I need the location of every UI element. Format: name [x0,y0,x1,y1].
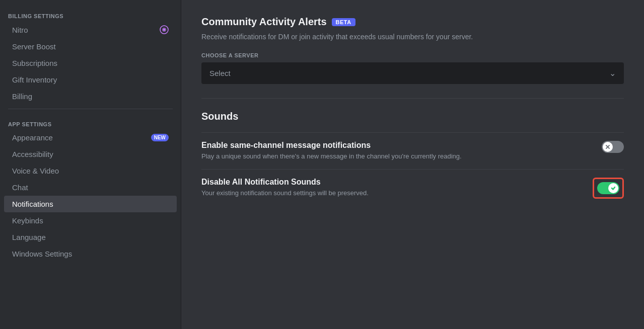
sidebar-item-voice-video[interactable]: Voice & Video [4,162,177,179]
sounds-title: Sounds [201,111,624,122]
setting-text-disable-sounds: Disable All Notification Sounds Your exi… [201,178,593,198]
accessibility-label: Accessibility [12,150,53,158]
sidebar-item-gift-inventory[interactable]: Gift Inventory [4,71,177,88]
main-content: Community Activity Alerts BETA Receive n… [181,0,644,329]
sidebar-item-billing[interactable]: Billing [4,88,177,105]
toggle-knob-off [603,142,613,152]
notifications-label: Notifications [12,200,53,208]
subscriptions-label: Subscriptions [12,59,57,67]
toggle-disable-sounds[interactable] [597,182,619,194]
sidebar-item-subscriptions[interactable]: Subscriptions [4,55,177,71]
select-placeholder: Select [209,69,231,77]
sounds-section: Sounds Enable same-channel message notif… [201,111,624,207]
sidebar-item-language[interactable]: Language [4,229,177,245]
sidebar-item-keybinds[interactable]: Keybinds [4,212,177,229]
setting-name-same-channel: Enable same-channel message notification… [201,141,592,150]
windows-settings-label: Windows Settings [12,250,72,258]
section-divider [8,109,173,109]
nitro-label: Nitro [12,26,28,34]
community-alerts-title: Community Activity Alerts [201,16,327,28]
sidebar-item-windows-settings[interactable]: Windows Settings [4,245,177,262]
new-badge: NEW [151,134,169,141]
language-label: Language [12,233,46,241]
setting-desc-disable-sounds: Your existing notification sound setting… [201,189,583,198]
sidebar-item-chat[interactable]: Chat [4,179,177,196]
x-icon [605,144,610,149]
setting-row-disable-sounds: Disable All Notification Sounds Your exi… [201,169,624,207]
setting-name-disable-sounds: Disable All Notification Sounds [201,178,583,187]
billing-section-label: BILLING SETTINGS [0,5,181,21]
server-boost-label: Server Boost [12,42,56,51]
toggle-same-channel[interactable] [602,141,624,153]
sidebar-item-notifications[interactable]: Notifications [4,196,177,212]
setting-desc-same-channel: Play a unique sound when there's a new m… [201,152,592,161]
sidebar-item-accessibility[interactable]: Accessibility [4,146,177,162]
gift-inventory-label: Gift Inventory [12,75,57,84]
community-alerts-title-row: Community Activity Alerts BETA [201,16,624,28]
server-select-dropdown[interactable]: Select ⌄ [201,62,624,84]
setting-text-same-channel: Enable same-channel message notification… [201,141,602,161]
sidebar-item-nitro[interactable]: Nitro [4,21,177,38]
chevron-down-icon: ⌄ [609,68,616,78]
toggle-highlight-border [593,178,624,199]
check-icon [611,186,616,191]
voice-video-label: Voice & Video [12,167,59,175]
content-divider [201,98,624,99]
keybinds-label: Keybinds [12,216,43,225]
choose-server-label: CHOOSE A SERVER [201,52,624,58]
sidebar-item-appearance[interactable]: Appearance NEW [4,129,177,146]
toggle-knob-on [608,183,618,193]
svg-point-2 [163,29,165,31]
app-section-label: APP SETTINGS [0,113,181,129]
sidebar-item-server-boost[interactable]: Server Boost [4,38,177,55]
sidebar: BILLING SETTINGS Nitro Server Boost Subs… [0,0,181,329]
beta-badge: BETA [332,18,355,26]
chat-label: Chat [12,183,28,192]
setting-row-same-channel: Enable same-channel message notification… [201,132,624,169]
appearance-label: Appearance [12,133,53,142]
nitro-icon [160,25,169,34]
billing-label: Billing [12,92,32,101]
community-alerts-section: Community Activity Alerts BETA Receive n… [201,16,624,84]
community-alerts-description: Receive notifications for DM or join act… [201,32,624,42]
